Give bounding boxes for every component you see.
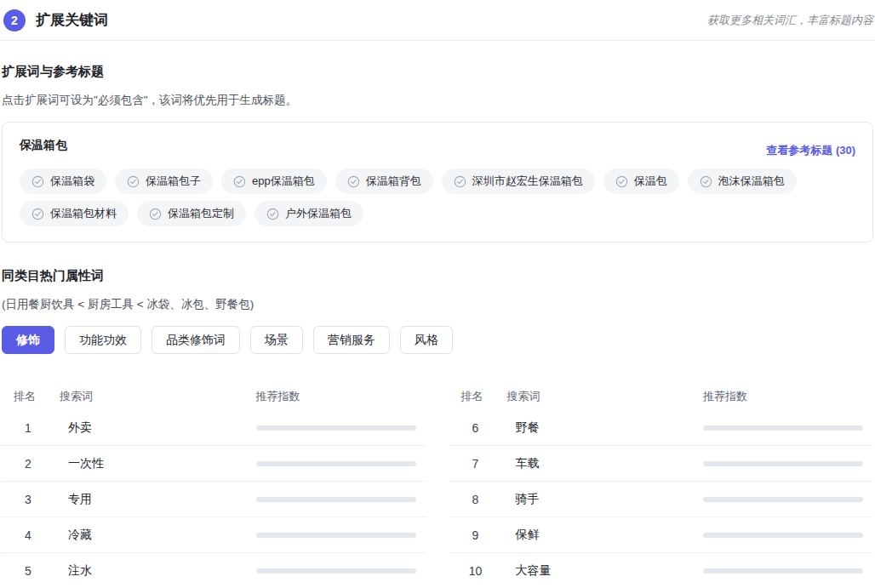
attribute-tab-label: 修饰 <box>16 333 40 348</box>
row-rank: 1 <box>14 421 43 435</box>
tab-风格[interactable]: 风格 <box>400 326 453 354</box>
attribute-tab-label: 功能功效 <box>79 333 127 348</box>
attribute-section-title: 同类目热门属性词 <box>2 268 873 284</box>
keyword-tag[interactable]: 保温箱包子 <box>115 168 213 194</box>
check-circle-icon <box>149 208 162 220</box>
keyword-tag-label: 保温包 <box>634 174 667 189</box>
page-subtitle: 获取更多相关词汇，丰富标题内容 <box>707 13 873 28</box>
row-rank: 7 <box>461 457 490 471</box>
recommend-index-bar <box>703 461 863 466</box>
expand-section-title: 扩展词与参考标题 <box>2 64 873 80</box>
header-recommend-index: 推荐指数 <box>703 389 863 404</box>
rank-table-right: 排名 搜索词 推荐指数 6 野餐 7 车载 8 骑手 9 保鲜 10 大容量 <box>449 388 874 588</box>
check-circle-icon <box>347 175 360 188</box>
table-header: 排名 搜索词 推荐指数 <box>449 388 874 405</box>
keyword-tag[interactable]: 泡沫保温箱包 <box>688 168 797 194</box>
row-search-term: 骑手 <box>516 492 704 507</box>
recommend-index-bar <box>703 568 863 574</box>
recommend-index-bar <box>256 461 416 466</box>
row-rank: 3 <box>14 493 43 506</box>
keyword-tag-label: 保温箱包定制 <box>168 206 234 221</box>
row-search-term: 大容量 <box>516 563 704 579</box>
expand-section-description: 点击扩展词可设为"必须包含"，该词将优先用于生成标题。 <box>2 93 873 108</box>
row-search-term: 车载 <box>516 456 704 471</box>
rank-table-left: 排名 搜索词 推荐指数 1 外卖 2 一次性 3 专用 4 冷藏 5 注水 <box>2 388 426 588</box>
tab-bar: 修饰 功能功效 品类修饰词 场景 营销服务 风格 <box>2 326 873 354</box>
table-row: 9 保鲜 <box>449 517 874 553</box>
keyword-tag-label: 户外保温箱包 <box>285 206 352 221</box>
keyword-tag[interactable]: 保温箱背包 <box>335 168 433 194</box>
table-row: 8 骑手 <box>449 482 874 517</box>
check-circle-icon <box>454 175 466 188</box>
recommend-index-bar <box>703 533 863 538</box>
tab-营销服务[interactable]: 营销服务 <box>313 326 390 354</box>
rank-tables: 排名 搜索词 推荐指数 1 外卖 2 一次性 3 专用 4 冷藏 5 注水 <box>2 388 873 588</box>
header-search-term: 搜索词 <box>60 389 256 404</box>
keyword-tag-label: 保温箱背包 <box>366 174 421 189</box>
check-circle-icon <box>31 208 44 220</box>
keyword-card: 保温箱包 查看参考标题 (30) 保温箱袋 保温箱包子 epp保温箱包 保温箱背… <box>2 122 873 243</box>
attribute-tab-label: 营销服务 <box>328 333 375 348</box>
table-rows-left: 1 外卖 2 一次性 3 专用 4 冷藏 5 注水 <box>2 410 426 588</box>
keyword-tag-label: 泡沫保温箱包 <box>718 174 785 189</box>
view-reference-titles-link[interactable]: 查看参考标题 (30) <box>766 134 855 158</box>
tab-功能功效[interactable]: 功能功效 <box>65 326 141 354</box>
keyword-tag-label: 保温箱包材料 <box>50 206 117 221</box>
tab-修饰[interactable]: 修饰 <box>2 326 54 354</box>
step-number-badge: 2 <box>3 9 26 31</box>
row-rank: 10 <box>461 564 490 578</box>
recommend-index-bar <box>703 425 863 431</box>
keyword-tag[interactable]: 深圳市赵宏生保温箱包 <box>442 168 595 194</box>
keyword-tag[interactable]: epp保温箱包 <box>221 168 327 194</box>
row-search-term: 冷藏 <box>68 528 256 543</box>
row-rank: 5 <box>14 564 43 578</box>
table-row: 7 车载 <box>449 446 874 482</box>
header-rank: 排名 <box>14 389 60 404</box>
keyword-tag[interactable]: 户外保温箱包 <box>254 201 363 226</box>
row-rank: 8 <box>461 493 490 506</box>
keyword-tag[interactable]: 保温箱包材料 <box>20 201 129 226</box>
recommend-index-bar <box>256 497 416 502</box>
check-circle-icon <box>700 175 712 188</box>
table-row: 4 冷藏 <box>2 517 426 553</box>
header-recommend-index: 推荐指数 <box>256 389 416 404</box>
table-row: 6 野餐 <box>449 410 874 446</box>
row-rank: 4 <box>14 528 43 542</box>
attribute-tab-label: 品类修饰词 <box>166 333 226 348</box>
check-circle-icon <box>127 175 140 188</box>
keyword-card-title: 保温箱包 <box>20 134 67 153</box>
keyword-tag-label: 深圳市赵宏生保温箱包 <box>472 174 583 189</box>
table-row: 3 专用 <box>2 482 426 517</box>
row-search-term: 专用 <box>68 492 256 507</box>
row-search-term: 保鲜 <box>516 528 704 543</box>
keyword-tag[interactable]: 保温包 <box>603 168 679 194</box>
tag-list: 保温箱袋 保温箱包子 epp保温箱包 保温箱背包 深圳市赵宏生保温箱包 保温包 <box>20 168 855 226</box>
row-rank: 2 <box>14 457 43 471</box>
category-path: (日用餐厨饮具 < 厨房工具 < 冰袋、冰包、野餐包) <box>2 297 873 312</box>
keyword-tag[interactable]: 保温箱包定制 <box>137 201 246 226</box>
row-search-term: 外卖 <box>68 420 256 436</box>
table-row: 2 一次性 <box>2 446 426 482</box>
recommend-index-bar <box>703 497 863 502</box>
table-row: 10 大容量 <box>449 553 874 588</box>
keyword-tag-label: 保温箱包子 <box>146 174 201 189</box>
check-circle-icon <box>615 175 628 188</box>
row-rank: 9 <box>461 528 490 542</box>
check-circle-icon <box>266 208 279 220</box>
row-search-term: 注水 <box>68 563 256 579</box>
keyword-tag-label: 保温箱袋 <box>50 174 94 189</box>
table-row: 1 外卖 <box>2 410 426 446</box>
keyword-tag[interactable]: 保温箱袋 <box>20 168 106 194</box>
recommend-index-bar <box>256 425 416 431</box>
table-header: 排名 搜索词 推荐指数 <box>2 388 426 405</box>
tab-场景[interactable]: 场景 <box>250 326 303 354</box>
row-rank: 6 <box>461 421 490 435</box>
keyword-tag-label: epp保温箱包 <box>252 174 315 189</box>
recommend-index-bar <box>256 568 416 574</box>
header-rank: 排名 <box>461 389 507 404</box>
table-row: 5 注水 <box>2 553 426 588</box>
attribute-tab-label: 场景 <box>265 333 289 348</box>
row-search-term: 一次性 <box>68 456 256 471</box>
page-title: 扩展关键词 <box>36 10 108 30</box>
tab-品类修饰词[interactable]: 品类修饰词 <box>152 326 240 354</box>
